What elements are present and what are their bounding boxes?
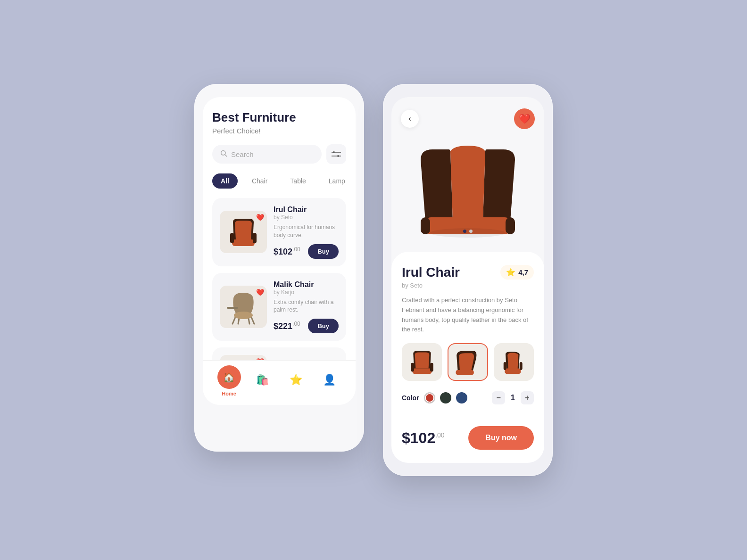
screen-list: Best Furniture Perfect Choice! Search (194, 84, 364, 452)
search-row: Search (212, 144, 346, 164)
svg-rect-25 (505, 369, 521, 374)
search-placeholder: Search (231, 150, 254, 158)
rating-value: 4,7 (518, 268, 528, 276)
category-table[interactable]: Table (282, 173, 314, 189)
thumbnail-row (402, 343, 534, 381)
svg-rect-22 (411, 363, 414, 372)
profile-icon: 👤 (323, 374, 336, 386)
nav-home[interactable]: 🏠 Home (212, 365, 246, 396)
svg-rect-24 (456, 370, 474, 375)
product-name-irul: Irul Chair (274, 206, 339, 214)
category-row: All Chair Table Lamp Floor (212, 173, 346, 189)
back-button[interactable]: ‹ (401, 110, 419, 128)
svg-rect-9 (230, 233, 234, 243)
svg-rect-16 (227, 307, 238, 309)
product-desc-malik: Extra comfy chair with a palm rest. (274, 298, 339, 314)
home-icon: 🏠 (223, 371, 235, 383)
thumbnail-angle[interactable] (494, 343, 534, 381)
thumbnail-front[interactable] (402, 343, 442, 381)
favorite-button[interactable]: ❤️ (514, 108, 535, 129)
nav-profile[interactable]: 👤 (313, 374, 346, 388)
detail-chair-area (391, 134, 544, 247)
search-box[interactable]: Search (212, 145, 322, 164)
product-by-malik: by Karjo (274, 289, 339, 296)
qty-value: 1 (511, 394, 515, 402)
product-price-row-irul: $102.00 Buy (274, 244, 339, 259)
product-info-malik: Malik Chair by Karjo Extra comfy chair w… (274, 280, 339, 334)
svg-line-12 (251, 317, 254, 324)
nav-home-label: Home (222, 391, 236, 396)
product-image-irul: ❤️ (220, 211, 267, 253)
nav-bag[interactable]: 🛍️ (246, 374, 279, 388)
svg-point-15 (234, 312, 253, 319)
svg-point-5 (337, 155, 339, 157)
quantity-control: − 1 + (492, 391, 534, 404)
product-info-irul: Irul Chair by Seto Ergonomical for human… (274, 206, 339, 259)
svg-rect-21 (412, 369, 432, 374)
color-section: Color (402, 392, 467, 404)
detail-chair-svg (411, 141, 524, 240)
thumb-svg-2 (452, 347, 484, 377)
color-qty-row: Color − 1 + (402, 391, 534, 404)
rating-box: ⭐ 4,7 (500, 265, 534, 280)
buy-now-button[interactable]: Buy now (468, 426, 534, 450)
product-desc-irul: Ergonomical for humans body curve. (274, 223, 339, 239)
category-chair[interactable]: Chair (243, 173, 276, 189)
svg-rect-26 (504, 362, 506, 370)
buy-button-malik[interactable]: Buy (308, 319, 339, 333)
detail-product-description: Crafted with a perfect construction by S… (402, 296, 534, 335)
detail-product-by: by Seto (402, 282, 534, 289)
buy-button-irul[interactable]: Buy (308, 244, 339, 259)
product-name-malik: Malik Chair (274, 280, 339, 289)
product-card-irul[interactable]: ❤️ Irul C (212, 198, 346, 266)
detail-name-row: Irul Chair ⭐ 4,7 (402, 265, 534, 280)
svg-rect-10 (253, 233, 257, 243)
svg-rect-23 (430, 363, 433, 372)
svg-rect-8 (232, 239, 255, 246)
screen-detail: ‹ ❤️ (383, 84, 553, 476)
svg-rect-27 (520, 362, 523, 370)
category-all[interactable]: All (212, 173, 238, 189)
product-price-irul: $102.00 (274, 246, 300, 257)
svg-point-2 (333, 151, 335, 153)
bottom-nav: 🏠 Home 🛍️ ⭐ 👤 (203, 360, 356, 405)
svg-line-14 (249, 318, 249, 324)
detail-price: $102.00 (402, 429, 445, 447)
svg-line-13 (238, 318, 239, 324)
star-icon: ⭐ (290, 374, 302, 386)
product-price-row-malik: $221.00 Buy (274, 319, 339, 333)
color-dark[interactable] (440, 392, 451, 404)
product-price-malik: $221.00 (274, 321, 300, 331)
color-label: Color (402, 394, 419, 402)
thumbnail-side[interactable] (448, 343, 488, 381)
star-rating-icon: ⭐ (506, 268, 515, 277)
qty-plus-button[interactable]: + (521, 391, 534, 404)
detail-top-bar: ‹ ❤️ (391, 97, 544, 129)
qty-minus-button[interactable]: − (492, 391, 505, 404)
app-title: Best Furniture (212, 110, 346, 125)
filter-button[interactable] (326, 144, 346, 164)
product-image-malik: ❤️ (220, 286, 267, 328)
detail-product-name: Irul Chair (402, 265, 460, 280)
ar-indicator (463, 230, 473, 233)
color-red[interactable] (424, 392, 435, 404)
bottom-buy-row: $102.00 Buy now (402, 426, 534, 450)
bag-icon: 🛍️ (256, 374, 269, 386)
ar-dot-1 (463, 230, 466, 233)
heart-icon-malik[interactable]: ❤️ (256, 288, 264, 296)
color-blue[interactable] (456, 392, 467, 404)
home-icon-circle: 🏠 (217, 365, 241, 389)
category-lamp[interactable]: Lamp (320, 173, 354, 189)
svg-rect-20 (506, 217, 515, 234)
detail-card: Irul Chair ⭐ 4,7 by Seto Crafted with a … (391, 252, 544, 463)
product-by-irul: by Seto (274, 214, 339, 221)
svg-rect-19 (421, 217, 430, 234)
product-card-malik[interactable]: ❤️ (212, 273, 346, 341)
app-subtitle: Perfect Choice! (212, 127, 346, 135)
svg-line-1 (225, 155, 227, 156)
search-icon (220, 149, 227, 159)
heart-icon-irul[interactable]: ❤️ (256, 214, 264, 221)
nav-favorites[interactable]: ⭐ (279, 374, 313, 388)
thumb-svg-1 (406, 347, 438, 377)
svg-line-11 (232, 317, 235, 324)
